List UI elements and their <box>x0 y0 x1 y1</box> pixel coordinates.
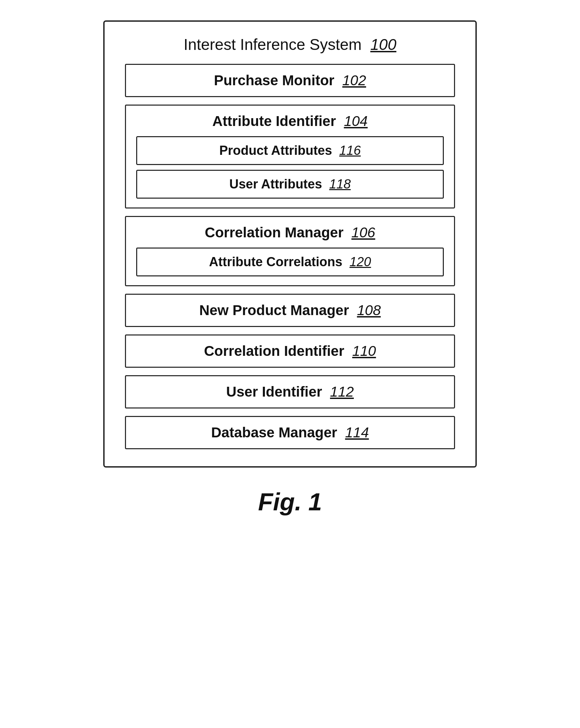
correlation-manager-label: Correlation Manager <box>205 224 343 240</box>
attribute-correlations-label: Attribute Correlations <box>209 255 342 269</box>
system-title-text: Interest Inference System <box>184 36 362 53</box>
database-manager-box: Database Manager 114 <box>125 416 455 449</box>
attribute-identifier-title: Attribute Identifier 104 <box>136 113 444 129</box>
purchase-monitor-ref: 102 <box>342 72 366 88</box>
new-product-manager-ref: 108 <box>357 302 381 318</box>
system-ref-num: 100 <box>370 36 396 53</box>
correlation-manager-ref: 106 <box>351 224 375 240</box>
new-product-manager-label: New Product Manager <box>199 302 349 318</box>
system-title: Interest Inference System 100 <box>184 35 396 54</box>
purchase-monitor-label: Purchase Monitor <box>214 72 334 88</box>
attribute-identifier-group: Attribute Identifier 104 Product Attribu… <box>125 105 455 208</box>
user-attributes-label: User Attributes <box>229 177 322 191</box>
attribute-correlations-box: Attribute Correlations 120 <box>136 248 444 276</box>
attribute-identifier-label: Attribute Identifier <box>212 113 336 129</box>
attribute-correlations-ref: 120 <box>349 255 371 269</box>
product-attributes-ref: 116 <box>339 143 361 158</box>
database-manager-ref: 114 <box>345 424 369 440</box>
attribute-identifier-ref: 104 <box>344 113 368 129</box>
correlation-identifier-ref: 110 <box>352 343 376 359</box>
user-attributes-ref: 118 <box>329 177 350 191</box>
correlation-manager-title: Correlation Manager 106 <box>136 224 444 241</box>
outer-diagram-container: Interest Inference System 100 Purchase M… <box>103 20 477 468</box>
product-attributes-label: Product Attributes <box>219 143 332 158</box>
figure-label: Fig. 1 <box>258 488 322 516</box>
user-identifier-box: User Identifier 112 <box>125 375 455 408</box>
database-manager-label: Database Manager <box>211 424 337 440</box>
correlation-manager-group: Correlation Manager 106 Attribute Correl… <box>125 216 455 286</box>
user-identifier-label: User Identifier <box>226 384 322 400</box>
user-identifier-ref: 112 <box>330 384 354 400</box>
user-attributes-box: User Attributes 118 <box>136 170 444 199</box>
correlation-identifier-label: Correlation Identifier <box>204 343 344 359</box>
product-attributes-box: Product Attributes 116 <box>136 136 444 165</box>
correlation-identifier-box: Correlation Identifier 110 <box>125 334 455 368</box>
new-product-manager-box: New Product Manager 108 <box>125 294 455 327</box>
purchase-monitor-box: Purchase Monitor 102 <box>125 64 455 97</box>
